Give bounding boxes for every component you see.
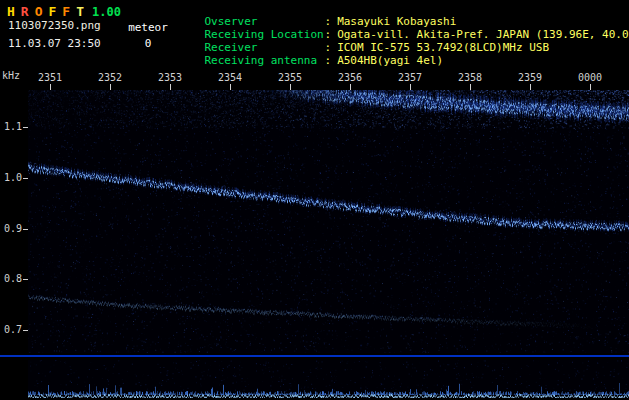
x-tick-label: 2358 (455, 72, 485, 83)
x-tick-label: 2351 (35, 72, 65, 83)
info-colon: : (325, 54, 332, 67)
app-title-letter: H (7, 4, 15, 19)
x-tick-label: 2352 (95, 72, 125, 83)
y-tick-label: 1.0 (0, 172, 22, 183)
app-title-letter: F (48, 4, 56, 19)
timestamp: 11.03.07 23:50 (8, 37, 101, 50)
y-tick-label: 0.9 (0, 223, 22, 234)
app-title-letter: T (76, 4, 84, 19)
y-tick-label: 0.7 (0, 324, 22, 335)
info-value: A504HB(yagi 4el) (337, 54, 443, 67)
x-tick-label: 2355 (275, 72, 305, 83)
app-title-letter: R (21, 4, 29, 19)
x-tick-label: 2354 (215, 72, 245, 83)
x-tick-label: 2356 (335, 72, 365, 83)
info-label: Receiving antenna (205, 54, 325, 67)
y-tick-label: 0.8 (0, 273, 22, 284)
app-title-letter: F (62, 4, 70, 19)
app-version: 1.00 (92, 5, 121, 19)
app-title-letter: O (35, 4, 43, 19)
meteor-count-label: meteor (120, 21, 176, 34)
x-tick-label: 2359 (515, 72, 545, 83)
y-tick-label: 1.1 (0, 121, 22, 132)
y-axis-unit: kHz (2, 70, 20, 81)
spectrogram-canvas (28, 90, 629, 353)
x-tick-label: 0000 (575, 72, 605, 83)
signal-level-canvas (28, 360, 629, 398)
x-tick-label: 2357 (395, 72, 425, 83)
x-tick-label: 2353 (155, 72, 185, 83)
meteor-count-value: 0 (120, 37, 176, 50)
output-filename: 1103072350.png (8, 19, 101, 32)
app-title: HROFFT1.00 (7, 1, 121, 20)
separator-line (0, 355, 629, 357)
hrofft-window: HROFFT1.00 1103072350.png 11.03.07 23:50… (0, 0, 629, 400)
